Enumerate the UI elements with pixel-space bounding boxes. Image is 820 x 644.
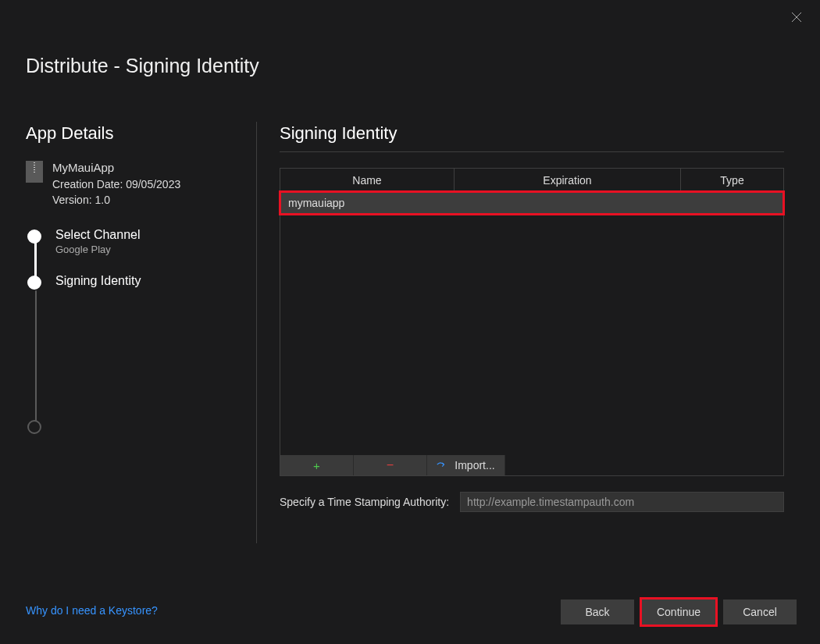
step-select-channel[interactable]: Select Channel Google Play xyxy=(35,228,244,255)
app-version: Version: 1.0 xyxy=(52,192,180,208)
remove-identity-button[interactable]: − xyxy=(354,455,427,475)
keystore-help-link[interactable]: Why do I need a Keystore? xyxy=(26,604,158,617)
vertical-divider xyxy=(256,122,257,543)
column-header-name[interactable]: Name xyxy=(280,169,455,191)
identity-toolbar: + − Import... xyxy=(280,455,505,475)
close-icon xyxy=(790,11,803,23)
app-details-heading: App Details xyxy=(26,123,244,144)
app-name: MyMauiApp xyxy=(52,159,180,176)
heading-divider xyxy=(280,151,784,152)
step-connector-inactive xyxy=(35,290,37,425)
import-label: Import... xyxy=(455,459,494,471)
step-signing-identity[interactable]: Signing Identity xyxy=(35,274,244,290)
plus-icon: + xyxy=(313,459,320,472)
app-creation-date: Creation Date: 09/05/2023 xyxy=(52,176,180,192)
column-header-expiration[interactable]: Expiration xyxy=(455,169,681,191)
dialog-title: Distribute - Signing Identity xyxy=(26,55,259,77)
app-info-block: MyMauiApp Creation Date: 09/05/2023 Vers… xyxy=(26,159,244,208)
step-dot-empty xyxy=(27,420,41,434)
continue-button[interactable]: Continue xyxy=(642,600,715,624)
import-identity-button[interactable]: Import... xyxy=(427,455,505,475)
table-row[interactable]: mymauiapp xyxy=(280,192,783,214)
timestamp-label: Specify a Time Stamping Authority: xyxy=(280,496,449,508)
step-dot-current xyxy=(27,276,41,290)
back-button[interactable]: Back xyxy=(561,600,634,624)
signing-identity-heading: Signing Identity xyxy=(280,123,784,144)
step-dot-filled xyxy=(27,229,41,244)
step-sublabel: Google Play xyxy=(55,244,141,255)
import-arrow-icon xyxy=(437,461,449,470)
table-cell-name: mymauiapp xyxy=(288,197,344,209)
table-header-row: Name Expiration Type xyxy=(280,169,783,192)
identity-table: Name Expiration Type mymauiapp + − xyxy=(280,168,784,476)
step-label: Select Channel xyxy=(55,228,141,242)
add-identity-button[interactable]: + xyxy=(280,455,354,475)
archive-icon xyxy=(26,161,43,183)
column-header-type[interactable]: Type xyxy=(681,169,783,191)
step-label: Signing Identity xyxy=(55,274,141,288)
timestamp-authority-input[interactable] xyxy=(460,492,784,512)
cancel-button[interactable]: Cancel xyxy=(723,600,797,624)
close-button[interactable] xyxy=(790,11,806,27)
minus-icon: − xyxy=(387,458,394,472)
